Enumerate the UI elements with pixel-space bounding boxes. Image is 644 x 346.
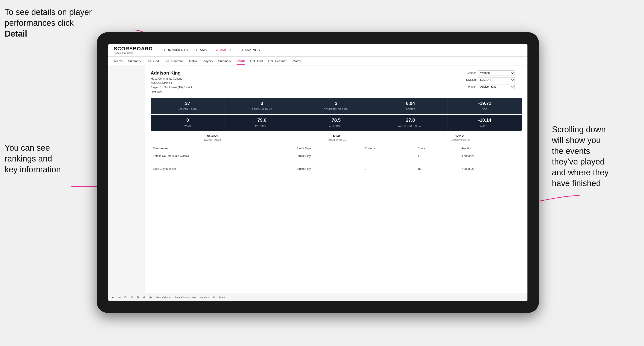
toolbar-plus[interactable]: ⊕	[143, 296, 146, 299]
division-select[interactable]: NJCAA I	[478, 77, 514, 82]
annotation-r-3: the events	[552, 146, 590, 156]
spacer-cell	[151, 160, 522, 165]
stat-label-4: SoS	[482, 108, 488, 111]
undo-icon: ↩	[112, 296, 114, 299]
player-control: Player Addison King	[462, 84, 522, 89]
annotation-r-5: and where they	[552, 168, 608, 177]
toolbar-back[interactable]: ⟲	[130, 296, 133, 299]
subnav-h2hheatmap2[interactable]: H2H Heatmap	[268, 57, 287, 65]
subnav-teams[interactable]: Teams	[114, 57, 122, 65]
subnav-players[interactable]: Players	[203, 57, 212, 65]
nav-teams[interactable]: TEAMS	[195, 47, 207, 53]
subnav-detail[interactable]: Detail	[236, 57, 244, 65]
col-position: Position	[459, 145, 522, 152]
annotation-bl-2: rankings and	[4, 154, 52, 163]
cell-score-0: 17	[415, 152, 459, 160]
records-row: 91-20-1Overall Record1-5-0Record vs top …	[151, 134, 522, 141]
division-control: Division NJCAA I	[462, 77, 522, 82]
toolbar-redo[interactable]: ↪	[118, 296, 121, 299]
stat-label-r2-3: Avg Score to Par	[398, 125, 423, 128]
table-row-spacer	[151, 160, 522, 165]
col-tournament: Tournament	[151, 145, 294, 152]
stat-label-1: Regional Rank	[252, 108, 272, 111]
stat-label-r2-1: Avg Score	[254, 125, 269, 128]
stat-value-r2-1: 79.6	[227, 118, 296, 123]
table-header-row: Tournament Event Type Rounds Score Posit…	[151, 145, 522, 152]
toolbar-share-icon[interactable]: ⊞	[212, 296, 215, 299]
sub-nav: Teams Summary H2H Grid H2H Heatmap Matri…	[108, 57, 528, 66]
stat-cell-r2-4: -10.14Avg SG	[448, 115, 522, 131]
stat-cell-3: 6.04Points	[373, 98, 448, 114]
stat-label-2: Conference Rank	[324, 108, 348, 111]
toolbar-view-original[interactable]: View: Original	[156, 296, 171, 299]
player-header: Addison King Mesa Community College NJCA…	[151, 70, 522, 94]
subnav-h2hgrid[interactable]: H2H Grid	[146, 57, 159, 65]
tablet: SCOREBOARD Powered by clippd TOURNAMENTS…	[97, 32, 539, 313]
stat-value-1: 3	[227, 101, 296, 106]
cell-position-1: 7 out of 20	[459, 165, 522, 173]
stat-label-r2-2: Adj Score	[329, 125, 344, 128]
stat-cell-1: 3Regional Rank	[225, 98, 299, 114]
stat-label-0: National Rank	[178, 108, 198, 111]
nav-rankings[interactable]: RANKINGS	[242, 47, 260, 53]
top-nav: SCOREBOARD Powered by clippd TOURNAMENTS…	[108, 44, 528, 57]
player-college: Mesa Community College	[151, 77, 182, 80]
col-event-type: Event Type	[294, 145, 362, 152]
left-sidebar	[108, 66, 145, 293]
minus-icon: ⊟	[137, 296, 139, 299]
division-label: Division	[462, 78, 476, 81]
record-value-2: 5-11-1	[455, 134, 464, 138]
nav-committee[interactable]: COMMITTEE	[214, 47, 235, 53]
stat-cell-r2-3: 27.8Avg Score to Par	[373, 115, 448, 131]
player-year: First Year	[151, 90, 162, 94]
toolbar-undo[interactable]: ↩	[112, 296, 114, 299]
logo-area: SCOREBOARD Powered by clippd	[114, 46, 153, 54]
record-item-1: 1-5-0Record vs top 25	[274, 134, 398, 141]
tablet-screen: SCOREBOARD Powered by clippd TOURNAMENTS…	[108, 44, 528, 301]
toolbar-share[interactable]: Share	[218, 296, 225, 299]
record-item-2: 5-11-1Record vs top 50	[398, 134, 522, 141]
player-division: NJCAA Division 1	[151, 81, 172, 85]
subnav-summary2[interactable]: Summary	[218, 57, 231, 65]
stat-value-r2-4: -10.14	[450, 118, 520, 123]
col-rounds: Rounds	[362, 145, 415, 152]
cell-score-1: 16	[415, 165, 459, 173]
toolbar-save-custom[interactable]: Save Custom View	[175, 296, 196, 299]
bottom-toolbar: ↩ ↪ ⟳ ⟲ ⊟ ⊕ ◷ View: Original Save Custom…	[108, 293, 528, 301]
annotation-r-1: Scrolling down	[552, 125, 606, 134]
subnav-matrix2[interactable]: Matrix	[293, 57, 301, 65]
subnav-h2hgrid2[interactable]: H2H Grid	[250, 57, 262, 65]
annotation-detail-bold: Detail	[4, 29, 27, 38]
subnav-h2hheatmap[interactable]: H2H Heatmap	[164, 57, 183, 65]
gender-select[interactable]: Women	[478, 70, 514, 75]
stat-label-r2-0: Wins	[184, 125, 191, 128]
top-nav-items: TOURNAMENTS TEAMS COMMITTEE RANKINGS	[162, 47, 260, 53]
toolbar-refresh[interactable]: ⟳	[124, 296, 127, 299]
player-label: Player	[462, 85, 476, 88]
player-name: Addison King	[151, 70, 192, 76]
record-label-2: Record vs top 50	[450, 139, 470, 141]
annotation-r-4: they've played	[552, 157, 604, 166]
cell-position-0: 4 out of 20	[459, 152, 522, 160]
subnav-matrix[interactable]: Matrix	[189, 57, 197, 65]
player-select[interactable]: Addison King	[478, 84, 514, 89]
toolbar-minus[interactable]: ⊟	[137, 296, 139, 299]
logo-sub: Powered by clippd	[114, 52, 153, 54]
annotation-top-left: To see details on player performances cl…	[4, 7, 92, 39]
subnav-summary[interactable]: Summary	[128, 57, 141, 65]
stat-label-3: Points	[406, 108, 415, 111]
annotation-bl-3: key information	[4, 165, 61, 174]
stat-value-3: 6.04	[376, 101, 445, 106]
stat-cell-r2-1: 79.6Avg Score	[225, 115, 299, 131]
stats-grid-1: 37National Rank3Regional Rank3Conference…	[151, 98, 522, 114]
toolbar-clock[interactable]: ◷	[149, 296, 152, 299]
annotation-r-6: have finished	[552, 178, 601, 188]
record-value-1: 1-5-0	[332, 134, 340, 138]
stat-cell-r2-0: 0Wins	[151, 115, 225, 131]
annotation-right: Scrolling down will show you the events …	[552, 124, 640, 189]
toolbar-watch[interactable]: Watch ▾	[200, 296, 209, 299]
record-label-0: Overall Record	[204, 139, 221, 141]
player-controls: Gender Women Division NJCAA I	[462, 70, 522, 94]
nav-tournaments[interactable]: TOURNAMENTS	[162, 47, 188, 53]
annotation-bottom-left: You can see rankings and key information	[4, 143, 88, 175]
